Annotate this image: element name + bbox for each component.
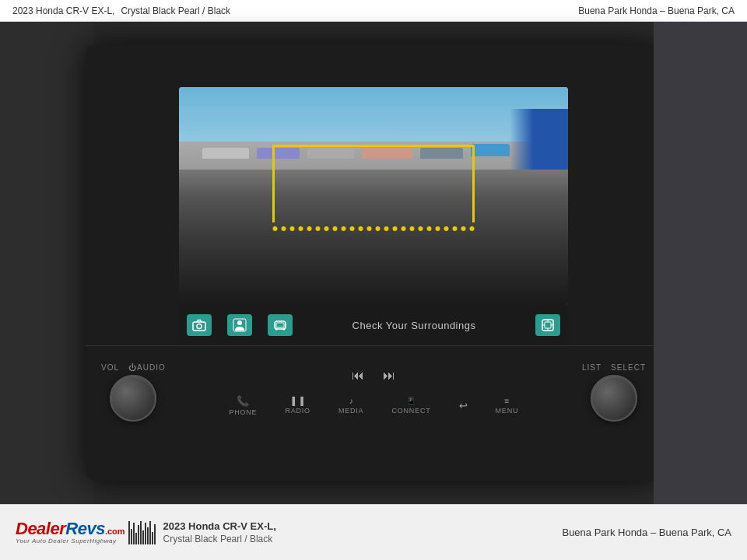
next-track-btn[interactable]: ⏭: [380, 366, 398, 386]
guide-dot: [324, 226, 329, 231]
guide-dot: [273, 226, 278, 231]
barcode: [128, 521, 156, 544]
bar: [152, 532, 153, 544]
infotainment-panel: Check Your Surroundings VOL ⏻AUDIO: [86, 45, 661, 481]
header-left: 2023 Honda CR-V EX-L, Crystal Black Pear…: [12, 5, 230, 16]
parking-guideline-outer: [272, 145, 475, 222]
footer-dealer-info: Buena Park Honda – Buena Park, CA: [562, 527, 731, 538]
color-trim-header: Crystal Black Pearl / Black: [121, 5, 230, 16]
guide-dot: [376, 226, 381, 231]
radio-label: RADIO: [285, 407, 310, 415]
guide-dot: [367, 226, 372, 231]
back-icon: ↩: [459, 400, 468, 411]
guide-dot: [384, 226, 389, 231]
select-label: SELECT: [611, 363, 646, 372]
svg-rect-9: [545, 322, 551, 328]
transport-row: ⏮ ⏭: [349, 366, 398, 386]
center-buttons: ⏮ ⏭ 📞 PHONE ▌▐ RADIO ♪ MEDIA: [166, 366, 582, 419]
bar: [142, 530, 144, 544]
guide-dot: [342, 226, 346, 231]
main-content: Check Your Surroundings VOL ⏻AUDIO: [0, 22, 747, 504]
guide-dot: [444, 226, 449, 231]
guide-dot: [350, 226, 355, 231]
bar: [131, 529, 132, 544]
connect-label: CONNECT: [391, 407, 430, 415]
guide-dot: [299, 226, 303, 231]
guide-dot: [282, 226, 286, 231]
surround-view-btn[interactable]: [528, 310, 568, 341]
bar: [133, 523, 135, 544]
select-knob[interactable]: [591, 375, 637, 422]
parked-car-6: [471, 144, 510, 156]
footer-car-info: 2023 Honda CR-V EX-L, Crystal Black Pear…: [163, 520, 276, 544]
guide-dot: [359, 226, 363, 231]
guide-dot: [427, 226, 432, 231]
menu-icon: ≡: [504, 397, 509, 405]
phone-icon: 📞: [237, 395, 249, 407]
top-header: 2023 Honda CR-V EX-L, Crystal Black Pear…: [0, 0, 747, 22]
guide-dot: [333, 226, 338, 231]
guide-dot: [316, 226, 321, 231]
footer-color-separator: /: [244, 534, 250, 544]
footer-car-color: Crystal Black Pearl / Black: [163, 534, 276, 544]
camera-btn[interactable]: [179, 310, 219, 341]
bar: [145, 523, 146, 544]
back-btn[interactable]: ↩: [453, 397, 474, 415]
car-model-header: 2023 Honda CR-V EX-L,: [12, 5, 114, 16]
barcode-lines: [128, 521, 156, 544]
menu-row: 📞 PHONE ▌▐ RADIO ♪ MEDIA 📱 CONNECT: [223, 392, 524, 419]
prev-track-btn[interactable]: ⏮: [349, 366, 367, 386]
menu-btn[interactable]: ≡ MENU: [489, 394, 525, 418]
vol-audio-labels: VOL ⏻AUDIO: [101, 363, 166, 372]
camera-icon: [187, 314, 212, 336]
guide-dot: [461, 226, 466, 231]
screen: [179, 87, 568, 305]
screen-controls: Check Your Surroundings: [179, 305, 568, 345]
dealer-revs-logo: DealerRevs.com Your Auto Dealer SuperHig…: [16, 520, 125, 544]
svg-rect-0: [193, 322, 205, 331]
logo-tagline: Your Auto Dealer SuperHighway: [16, 537, 116, 544]
svg-point-3: [237, 320, 242, 325]
bar: [147, 527, 149, 544]
dealer-revs-logo-wrapper: DealerRevs.com Your Auto Dealer SuperHig…: [16, 520, 156, 544]
person-view-icon: [227, 314, 252, 336]
svg-rect-5: [276, 323, 284, 327]
radio-icon: ▌▐: [293, 397, 303, 405]
phone-btn[interactable]: 📞 PHONE: [223, 392, 263, 419]
svg-point-1: [197, 324, 202, 329]
bar: [128, 521, 130, 544]
footer-left: DealerRevs.com Your Auto Dealer SuperHig…: [16, 520, 276, 544]
svg-point-6: [275, 328, 278, 331]
bottom-footer: DealerRevs.com Your Auto Dealer SuperHig…: [0, 504, 747, 560]
vol-label: VOL: [101, 363, 119, 372]
bar: [154, 524, 156, 544]
camera-view: [179, 87, 568, 305]
guide-dot: [290, 226, 295, 231]
logo-main-text: DealerRevs: [16, 520, 105, 537]
list-select-labels: LIST SELECT: [582, 363, 646, 372]
connect-icon: 📱: [406, 397, 416, 405]
bar: [149, 521, 151, 544]
parking-guideline-dots: [273, 226, 475, 231]
bar: [140, 521, 142, 544]
svg-point-7: [283, 328, 286, 331]
audio-label: ⏻AUDIO: [128, 363, 166, 372]
vol-knob[interactable]: [110, 375, 156, 422]
radio-btn[interactable]: ▌▐ RADIO: [279, 394, 317, 418]
person-view-btn[interactable]: [219, 310, 260, 341]
parked-car-1: [202, 148, 249, 159]
media-btn[interactable]: ♪ MEDIA: [332, 394, 370, 418]
vol-audio-area: VOL ⏻AUDIO: [101, 363, 166, 422]
dealer-info-header: Buena Park Honda – Buena Park, CA: [578, 5, 735, 16]
guide-dot: [410, 226, 415, 231]
list-label: LIST: [582, 363, 601, 372]
guide-dot: [419, 226, 423, 231]
surround-view-icon: [535, 314, 560, 336]
guide-dot: [393, 226, 398, 231]
connect-btn[interactable]: 📱 CONNECT: [385, 394, 437, 418]
footer-trim-text: Black: [250, 534, 272, 544]
car-top-icon: [268, 314, 293, 336]
footer-color-text: Crystal Black Pearl: [163, 534, 242, 544]
car-top-btn[interactable]: [260, 310, 300, 341]
footer-car-model: 2023 Honda CR-V EX-L,: [163, 520, 276, 532]
